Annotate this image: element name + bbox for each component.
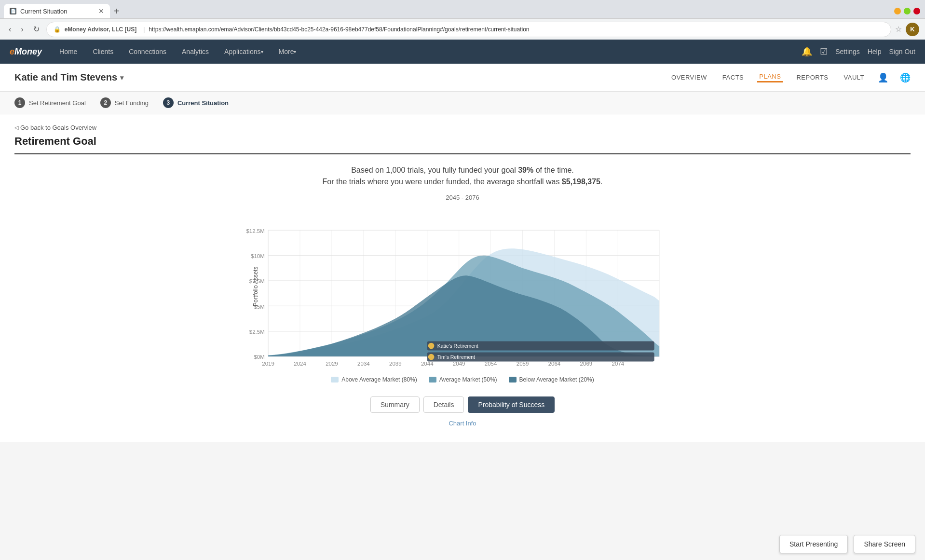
new-tab-button[interactable]: + [110,6,123,16]
url-separator: | [143,26,145,33]
svg-text:$0M: $0M [254,354,264,360]
chart-legend: Above Average Market (80%) Average Marke… [14,376,911,383]
svg-text:2044: 2044 [421,361,434,367]
legend-above-avg: Above Average Market (80%) [331,376,417,383]
chart-info-link[interactable]: Chart Info [449,420,476,427]
client-name-chevron: ▾ [120,74,123,82]
share-screen-button[interactable]: Share Screen [854,535,915,553]
legend-below-avg-swatch [509,377,517,382]
stats-text: Based on 1,000 trials, you fully funded … [14,166,911,186]
tab-summary[interactable]: Summary [370,396,420,413]
legend-above-avg-label: Above Average Market (80%) [341,376,417,383]
step-3-number: 3 [163,97,174,108]
checklist-button[interactable]: ☑ [820,46,828,57]
globe-icon[interactable]: 🌐 [900,72,911,83]
stats-line2-prefix: For the trials where you were under fund… [323,178,562,186]
signout-button[interactable]: Sign Out [889,48,915,55]
chart-range-label: 2045 - 2076 [14,194,911,201]
y-axis-label: Portfolio Assets [252,267,259,307]
svg-text:2039: 2039 [389,361,402,367]
client-nav-reports[interactable]: REPORTS [794,74,830,81]
bookmark-button[interactable]: ☆ [895,25,902,34]
nav-applications[interactable]: Applications [217,40,271,64]
site-label: eMoney Advisor, LLC [US] [65,26,137,33]
svg-text:2034: 2034 [357,361,370,367]
client-nav-vault[interactable]: VAULT [842,74,866,81]
nav-connections[interactable]: Connections [121,40,174,64]
svg-text:2029: 2029 [326,361,338,367]
url-text: https://wealth.emaplan.com/ema/Advisor/C… [149,26,884,33]
svg-text:2059: 2059 [517,361,529,367]
client-header: Katie and Tim Stevens ▾ OVERVIEW FACTS P… [0,64,925,92]
nav-home[interactable]: Home [52,40,85,64]
close-button[interactable] [913,8,920,14]
forward-button[interactable]: › [18,24,26,35]
notifications-button[interactable]: 🔔 [802,46,812,57]
step-1[interactable]: 1 Set Retirement Goal [14,97,86,108]
legend-avg: Average Market (50%) [429,376,497,383]
svg-text:$2.5M: $2.5M [249,329,265,335]
tab-favicon: 📄 [10,8,16,14]
svg-text:Tim's Retirement: Tim's Retirement [437,355,475,360]
tabs-row: Summary Details Probability of Success [14,396,911,413]
svg-text:Katie's Retirement: Katie's Retirement [437,343,478,349]
legend-avg-swatch [429,377,436,382]
client-nav-plans[interactable]: PLANS [757,73,783,82]
client-name-selector[interactable]: Katie and Tim Stevens ▾ [14,72,123,83]
stats-line2-suffix: . [600,178,602,186]
stats-line1: Based on 1,000 trials, you fully funded … [14,166,911,175]
nav-analytics[interactable]: Analytics [174,40,217,64]
reload-button[interactable]: ↻ [30,24,42,35]
legend-below-avg: Below Average Market (20%) [509,376,594,383]
step-2-number: 2 [100,97,111,108]
svg-text:$12.5M: $12.5M [246,228,264,234]
lock-icon: 🔒 [54,26,61,33]
svg-text:$10M: $10M [251,253,265,259]
browser-tab[interactable]: 📄 Current Situation ✕ [4,4,110,18]
step-1-number: 1 [14,97,25,108]
client-name-text: Katie and Tim Stevens [14,72,117,83]
stats-line1-prefix: Based on 1,000 trials, you fully funded … [351,166,518,174]
step-1-label: Set Retirement Goal [29,99,86,107]
address-bar[interactable]: 🔒 eMoney Advisor, LLC [US] | https://wea… [46,22,891,37]
steps-bar: 1 Set Retirement Goal 2 Set Funding 3 Cu… [0,92,925,114]
back-link[interactable]: Go back to Goals Overview [14,124,911,131]
start-presenting-button[interactable]: Start Presenting [779,535,848,553]
nav-more[interactable]: More [271,40,304,64]
client-nav-facts[interactable]: FACTS [721,74,746,81]
svg-text:2054: 2054 [485,361,497,367]
tab-probability[interactable]: Probability of Success [468,396,555,413]
legend-avg-label: Average Market (50%) [439,376,497,383]
help-button[interactable]: Help [868,48,882,55]
svg-text:2064: 2064 [548,361,561,367]
step-3[interactable]: 3 Current Situation [163,97,229,108]
chart-info-section: Chart Info [14,419,911,427]
client-nav-overview[interactable]: OVERVIEW [669,74,709,81]
page-title: Retirement Goal [14,135,911,154]
stats-amount: $5,198,375 [562,178,600,186]
user-icon[interactable]: 👤 [878,72,888,83]
settings-button[interactable]: Settings [835,48,860,55]
step-3-label: Current Situation [177,99,229,107]
legend-below-avg-label: Below Average Market (20%) [519,376,594,383]
svg-text:2074: 2074 [612,361,625,367]
step-2[interactable]: 2 Set Funding [100,97,149,108]
stats-line2: For the trials where you were under fund… [14,178,911,186]
svg-text:2019: 2019 [262,361,274,367]
minimize-button[interactable] [894,8,901,14]
chart-svg: $0M $2.5M $5M $7.5M $10M $12.5M [245,205,680,367]
svg-text:2049: 2049 [453,361,465,367]
profile-avatar[interactable]: K [906,23,919,36]
step-2-label: Set Funding [115,99,149,107]
bottom-action-bar: Start Presenting Share Screen [770,528,925,560]
tab-title: Current Situation [20,8,68,15]
tab-details[interactable]: Details [423,396,464,413]
svg-text:2069: 2069 [580,361,593,367]
maximize-button[interactable] [904,8,911,14]
stats-line1-suffix: of the time. [533,166,574,174]
back-button[interactable]: ‹ [6,24,14,35]
svg-point-29 [428,354,435,360]
legend-above-avg-swatch [331,377,339,382]
nav-clients[interactable]: Clients [85,40,121,64]
tab-close-button[interactable]: ✕ [98,7,104,15]
